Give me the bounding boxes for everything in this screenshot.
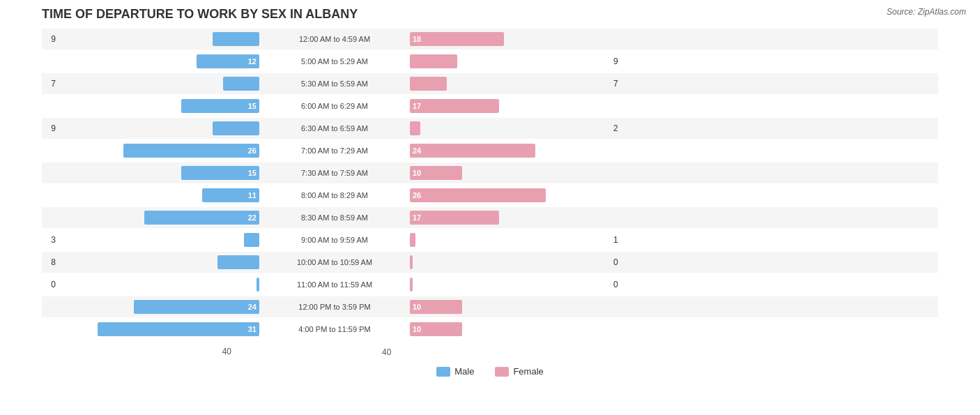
female-value-inside: 26 xyxy=(413,191,421,199)
time-label: 4:00 PM to 11:59 PM xyxy=(265,325,404,333)
left-bar-wrap xyxy=(59,255,259,269)
male-value: 9 xyxy=(42,123,56,133)
right-section: 9 xyxy=(404,54,627,68)
legend-male: Male xyxy=(436,366,474,377)
male-value-inside: 26 xyxy=(248,146,257,155)
left-bar-wrap: 15 xyxy=(59,99,259,113)
left-section: 0 xyxy=(42,278,265,292)
female-value-inside: 18 xyxy=(413,35,421,43)
female-bar xyxy=(410,278,413,292)
left-section: 15 xyxy=(42,166,265,180)
female-value: 2 xyxy=(613,123,627,133)
time-label: 5:30 AM to 5:59 AM xyxy=(265,80,404,88)
legend-female-box xyxy=(495,367,509,377)
bar-row: 011:00 AM to 11:59 AM0 xyxy=(42,274,938,295)
legend-male-label: Male xyxy=(454,366,474,377)
time-label: 11:00 AM to 11:59 AM xyxy=(265,280,404,289)
left-section: 8 xyxy=(42,255,265,269)
bar-row: 157:30 AM to 7:59 AM10 xyxy=(42,163,938,183)
female-bar xyxy=(410,255,413,269)
right-section: 26 xyxy=(404,188,627,202)
male-bar: 22 xyxy=(144,211,259,225)
legend-male-box xyxy=(436,367,450,377)
female-bar: 10 xyxy=(410,166,462,180)
male-value-inside: 22 xyxy=(248,213,257,222)
right-bar-wrap: 26 xyxy=(410,188,611,202)
time-label: 8:00 AM to 8:29 AM xyxy=(265,191,404,199)
male-value: 9 xyxy=(42,34,56,44)
right-section: 2 xyxy=(404,121,627,135)
female-bar xyxy=(410,54,457,68)
right-bar-wrap: 10 xyxy=(410,300,611,314)
male-bar: 15 xyxy=(181,166,260,180)
male-value: 7 xyxy=(42,79,56,89)
left-section: 26 xyxy=(42,144,265,158)
female-bar: 17 xyxy=(410,99,499,113)
right-bar-wrap: 17 xyxy=(410,99,611,113)
right-section: 0 xyxy=(404,255,627,269)
right-bar-wrap: 10 xyxy=(410,322,611,336)
male-bar: 26 xyxy=(123,144,259,158)
male-value-inside: 11 xyxy=(248,191,257,199)
bar-row: 267:00 AM to 7:29 AM24 xyxy=(42,140,938,161)
male-bar xyxy=(213,121,260,135)
female-bar: 17 xyxy=(410,211,499,225)
left-section: 9 xyxy=(42,121,265,135)
time-label: 6:00 AM to 6:29 AM xyxy=(265,102,404,110)
left-bar-wrap: 26 xyxy=(59,144,259,158)
female-bar: 10 xyxy=(410,300,462,314)
time-label: 5:00 AM to 5:29 AM xyxy=(265,57,404,66)
female-value: 9 xyxy=(613,56,627,66)
time-label: 10:00 AM to 10:59 AM xyxy=(265,258,404,266)
time-label: 7:00 AM to 7:29 AM xyxy=(265,146,404,155)
right-section: 7 xyxy=(404,77,627,91)
right-bar-wrap: 18 xyxy=(410,32,611,46)
right-section: 10 xyxy=(404,300,627,314)
bar-row: 810:00 AM to 10:59 AM0 xyxy=(42,252,938,273)
female-bar xyxy=(410,77,447,91)
left-bar-wrap xyxy=(59,278,259,292)
left-section: 22 xyxy=(42,211,265,225)
right-section: 17 xyxy=(404,211,627,225)
bar-row: 156:00 AM to 6:29 AM17 xyxy=(42,96,938,116)
female-value-inside: 17 xyxy=(413,213,421,222)
right-bar-wrap xyxy=(410,54,611,68)
male-value: 3 xyxy=(42,235,56,245)
male-value-inside: 15 xyxy=(248,169,257,177)
male-bar: 24 xyxy=(134,300,259,314)
time-label: 6:30 AM to 6:59 AM xyxy=(265,124,404,133)
axis-right: 40 xyxy=(376,345,599,358)
male-bar: 31 xyxy=(98,322,260,336)
time-label: 9:00 AM to 9:59 AM xyxy=(265,236,404,244)
bar-row: 2412:00 PM to 3:59 PM10 xyxy=(42,296,938,317)
female-bar: 10 xyxy=(410,322,462,336)
bar-row: 912:00 AM to 4:59 AM18 xyxy=(42,29,938,50)
right-bar-wrap xyxy=(410,255,611,269)
left-bar-wrap: 15 xyxy=(59,166,259,180)
right-bar-wrap xyxy=(410,77,611,91)
female-bar: 18 xyxy=(410,32,504,46)
chart-container: TIME OF DEPARTURE TO WORK BY SEX IN ALBA… xyxy=(14,7,966,377)
female-value: 0 xyxy=(613,280,627,289)
time-label: 8:30 AM to 8:59 AM xyxy=(265,213,404,222)
left-bar-wrap: 22 xyxy=(59,211,259,225)
bar-row: 314:00 PM to 11:59 PM10 xyxy=(42,319,938,340)
legend-female: Female xyxy=(495,366,543,377)
female-value: 7 xyxy=(613,79,627,89)
left-bar-wrap xyxy=(59,77,259,91)
female-bar: 24 xyxy=(410,144,535,158)
chart-area: 912:00 AM to 4:59 AM18125:00 AM to 5:29 … xyxy=(14,29,966,340)
male-bar: 15 xyxy=(181,99,260,113)
left-bar-wrap: 24 xyxy=(59,300,259,314)
axis-left: 40 xyxy=(14,347,237,356)
male-bar xyxy=(257,278,259,292)
male-value: 0 xyxy=(42,280,56,289)
left-section: 15 xyxy=(42,99,265,113)
right-bar-wrap xyxy=(410,121,611,135)
left-bar-wrap xyxy=(59,32,259,46)
right-section: 0 xyxy=(404,278,627,292)
male-value-inside: 31 xyxy=(248,325,257,333)
left-section: 11 xyxy=(42,188,265,202)
bar-row: 75:30 AM to 5:59 AM7 xyxy=(42,73,938,94)
male-bar: 12 xyxy=(197,54,259,68)
